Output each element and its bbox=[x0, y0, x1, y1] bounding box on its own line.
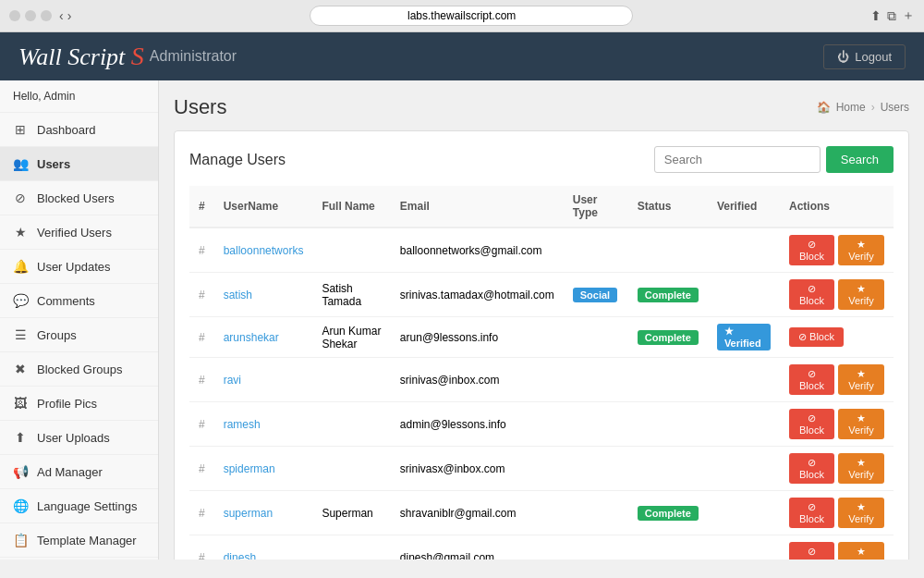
sidebar-item-ad-manager[interactable]: 📢 Ad Manager bbox=[0, 455, 158, 489]
col-hash: # bbox=[189, 186, 214, 228]
verify-button[interactable]: ★ Verify bbox=[838, 364, 884, 395]
cell-username: ravi bbox=[214, 358, 313, 402]
verify-button[interactable]: ★ Verify bbox=[838, 409, 884, 439]
status-badge: Complete bbox=[638, 288, 699, 302]
table-header-row: # UserName Full Name Email User Type Sta… bbox=[189, 186, 894, 228]
sidebar-label-dashboard: Dashboard bbox=[37, 123, 96, 137]
block-button[interactable]: ⊘ Block bbox=[789, 409, 834, 439]
verify-button[interactable]: ★ Verify bbox=[838, 453, 884, 484]
cell-fullname: Arun Kumar Shekar bbox=[312, 317, 390, 358]
new-tab-btn[interactable]: ＋ bbox=[902, 7, 915, 24]
url-input[interactable] bbox=[310, 6, 633, 26]
usertype-badge: Social bbox=[573, 288, 617, 302]
sidebar-item-blocked-groups[interactable]: ✖ Blocked Groups bbox=[0, 352, 158, 387]
sidebar-item-template-manager[interactable]: 📋 Template Manager bbox=[0, 523, 158, 558]
user-uploads-icon: ⬆ bbox=[13, 430, 28, 445]
sidebar-item-language-settings[interactable]: 🌐 Language Settings bbox=[0, 489, 158, 523]
ad-manager-icon: 📢 bbox=[13, 464, 28, 479]
block-button[interactable]: ⊘ Block bbox=[789, 364, 834, 395]
share-btn[interactable]: ⬆ bbox=[870, 7, 881, 24]
verify-button[interactable]: ★ Verify bbox=[838, 279, 884, 310]
cell-status: Complete bbox=[628, 317, 708, 358]
manage-title: Manage Users bbox=[189, 152, 286, 168]
search-area: Search bbox=[654, 146, 894, 173]
cell-actions: ⊘ Block★ Verify bbox=[780, 535, 894, 560]
table-row: #ravisrinivas@inbox.com⊘ Block★ Verify bbox=[189, 358, 894, 402]
cell-usertype bbox=[564, 317, 628, 358]
comments-icon: 💬 bbox=[13, 293, 28, 308]
sidebar-item-groups[interactable]: ☰ Groups bbox=[0, 318, 158, 352]
sidebar-item-profile-pics[interactable]: 🖼 Profile Pics bbox=[0, 387, 158, 421]
sidebar-item-settings[interactable]: ⚙ Settings bbox=[0, 558, 158, 560]
cell-hash: # bbox=[189, 535, 214, 560]
blocked-groups-icon: ✖ bbox=[13, 362, 28, 376]
logout-label: Logout bbox=[855, 50, 892, 64]
minimize-window-btn[interactable] bbox=[25, 10, 36, 21]
cell-hash: # bbox=[189, 491, 214, 535]
back-btn[interactable]: ‹ bbox=[59, 8, 64, 23]
cell-verified bbox=[708, 228, 780, 273]
breadcrumb: 🏠 Home › Users bbox=[817, 101, 909, 114]
cell-fullname bbox=[312, 228, 390, 273]
cell-status: Complete bbox=[628, 491, 708, 535]
sidebar-item-users[interactable]: 👥 Users bbox=[0, 147, 158, 181]
profile-pics-icon: 🖼 bbox=[13, 396, 28, 411]
cell-email: srinivas@inbox.com bbox=[391, 358, 564, 402]
verified-users-icon: ★ bbox=[13, 225, 28, 240]
verify-button[interactable]: ★ Verify bbox=[838, 542, 884, 560]
maximize-window-btn[interactable] bbox=[41, 10, 52, 21]
sidebar-item-user-updates[interactable]: 🔔 User Updates bbox=[0, 250, 158, 284]
browser-nav: ‹ › bbox=[59, 8, 71, 23]
browser-actions: ⬆ ⧉ ＋ bbox=[870, 7, 915, 24]
verify-button[interactable]: ★ Verify bbox=[838, 498, 884, 528]
forward-btn[interactable]: › bbox=[67, 8, 72, 23]
manage-panel: Manage Users Search # UserName Full Name… bbox=[174, 130, 909, 560]
main-content: Users 🏠 Home › Users Manage Users Search bbox=[159, 80, 924, 560]
search-button[interactable]: Search bbox=[826, 146, 894, 173]
sidebar-item-dashboard[interactable]: ⊞ Dashboard bbox=[0, 113, 158, 147]
table-row: #arunshekarArun Kumar Shekararun@9lesson… bbox=[189, 317, 894, 358]
table-row: #dineshdinesh@gmail.com⊘ Block★ Verify bbox=[189, 535, 894, 560]
block-button[interactable]: ⊘ Block bbox=[789, 498, 834, 528]
logout-button[interactable]: ⏻ Logout bbox=[823, 44, 906, 69]
sidebar: Hello, Admin ⊞ Dashboard 👥 Users ⊘ Block… bbox=[0, 80, 159, 560]
sidebar-item-user-uploads[interactable]: ⬆ User Uploads bbox=[0, 421, 158, 455]
block-button[interactable]: ⊘ Block bbox=[789, 453, 834, 484]
cell-username: balloonnetworks bbox=[214, 228, 313, 273]
username-link[interactable]: spiderman bbox=[224, 462, 275, 475]
cell-fullname bbox=[312, 402, 390, 447]
col-usertype: User Type bbox=[564, 186, 628, 228]
sidebar-label-template-manager: Template Manager bbox=[37, 534, 137, 547]
cell-usertype bbox=[564, 358, 628, 402]
users-icon: 👥 bbox=[13, 156, 28, 171]
block-button[interactable]: ⊘ Block bbox=[789, 235, 834, 265]
verify-button[interactable]: ★ Verify bbox=[838, 235, 884, 265]
cell-status bbox=[628, 358, 708, 402]
block-button[interactable]: ⊘ Block bbox=[789, 279, 834, 310]
sidebar-item-blocked-users[interactable]: ⊘ Blocked Users bbox=[0, 181, 158, 215]
address-bar bbox=[79, 6, 863, 26]
cell-usertype: Social bbox=[564, 273, 628, 317]
cell-fullname bbox=[312, 447, 390, 491]
home-icon: 🏠 bbox=[817, 101, 831, 114]
username-link[interactable]: balloonnetworks bbox=[224, 244, 304, 257]
username-link[interactable]: superman bbox=[224, 507, 273, 520]
sidebar-item-verified-users[interactable]: ★ Verified Users bbox=[0, 215, 158, 250]
search-input[interactable] bbox=[654, 146, 821, 173]
sidebar-item-comments[interactable]: 💬 Comments bbox=[0, 284, 158, 318]
duplicate-tab-btn[interactable]: ⧉ bbox=[887, 7, 896, 24]
cell-actions: ⊘ Block★ Verify bbox=[780, 402, 894, 447]
block-button[interactable]: ⊘ Block bbox=[789, 327, 844, 347]
status-badge: Complete bbox=[638, 330, 699, 345]
manage-header: Manage Users Search bbox=[189, 146, 894, 173]
username-link[interactable]: ramesh bbox=[224, 418, 261, 431]
logo-s: S bbox=[131, 42, 144, 70]
username-link[interactable]: ravi bbox=[224, 374, 241, 387]
username-link[interactable]: satish bbox=[224, 289, 252, 301]
cell-verified bbox=[708, 535, 780, 560]
username-link[interactable]: arunshekar bbox=[224, 331, 279, 344]
cell-fullname: Superman bbox=[312, 491, 390, 535]
block-button[interactable]: ⊘ Block bbox=[789, 542, 834, 560]
username-link[interactable]: dinesh bbox=[224, 551, 256, 560]
close-window-btn[interactable] bbox=[9, 10, 20, 21]
